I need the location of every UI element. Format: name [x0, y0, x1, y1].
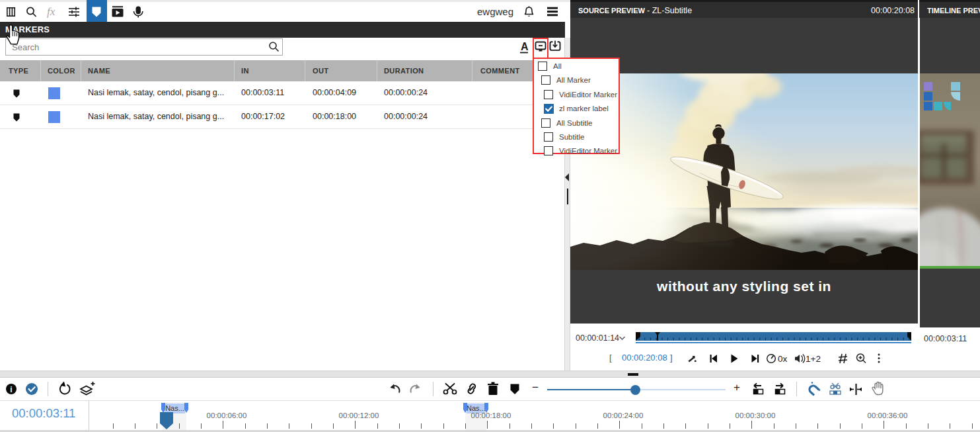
svg-text:1+2: 1+2: [806, 354, 821, 364]
svg-text:A: A: [521, 41, 529, 52]
svg-text:fx: fx: [47, 5, 56, 18]
svg-text:i: i: [10, 385, 12, 394]
svg-text:0x: 0x: [778, 354, 788, 364]
